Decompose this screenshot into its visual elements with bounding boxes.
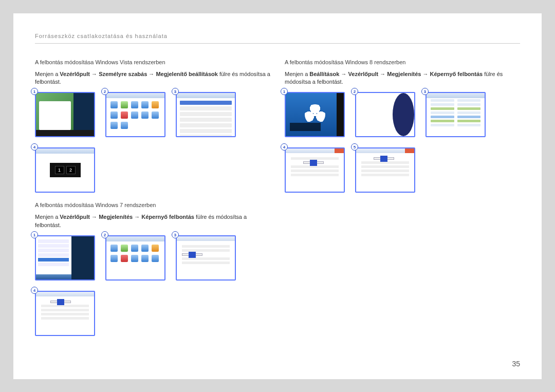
step-badge: 1 <box>31 231 38 238</box>
two-column-layout: A felbontás módosítása Windows Vista ren… <box>35 59 520 346</box>
win8-thumbnails: 1 2 3 4 5 <box>285 92 520 193</box>
win8-instruction: Menjen a Beállítások → Vezérlőpult → Meg… <box>285 70 520 86</box>
manual-page: Forráseszköz csatlakoztatása és használa… <box>13 13 542 379</box>
screenshot-vista-display-settings: 12 <box>35 147 95 193</box>
thumbnail: 5 <box>355 147 415 193</box>
right-column: A felbontás módosítása Windows 8 rendsze… <box>285 59 520 346</box>
thumbnail: 3 <box>176 235 236 281</box>
thumbnail: 1 <box>285 92 345 137</box>
thumbnail: 2 <box>105 235 165 281</box>
page-number: 35 <box>512 360 520 368</box>
vista-title: A felbontás módosítása Windows Vista ren… <box>35 59 270 65</box>
win8-title: A felbontás módosítása Windows 8 rendsze… <box>285 59 520 65</box>
screenshot-vista-personalization <box>176 92 236 137</box>
vista-instruction: Menjen a Vezérlőpult → Személyre szabás … <box>35 70 270 86</box>
screenshot-win8-settings-charm <box>355 92 415 137</box>
screenshot-win7-control-panel <box>105 235 165 281</box>
screenshot-win7-start-menu <box>35 235 95 281</box>
screenshot-win7-display <box>176 235 236 281</box>
win7-thumbnails: 1 2 3 4 <box>35 235 270 336</box>
step-badge: 2 <box>101 231 108 238</box>
thumbnail: 1 <box>35 92 95 137</box>
step-badge: 3 <box>172 231 179 238</box>
chapter-header: Forráseszköz csatlakoztatása és használa… <box>35 33 520 44</box>
screenshot-vista-control-panel <box>105 92 165 137</box>
thumbnail: 4 12 <box>35 147 95 193</box>
thumbnail: 2 <box>355 92 415 137</box>
screenshot-win8-display <box>285 147 345 193</box>
thumbnail: 2 <box>105 92 165 137</box>
thumbnail: 3 <box>425 92 486 137</box>
thumbnail: 4 <box>35 291 95 336</box>
screenshot-win8-charms-bar <box>285 92 345 137</box>
screenshot-win8-resolution <box>355 147 415 193</box>
step-badge: 4 <box>31 287 38 294</box>
screenshot-vista-start-menu <box>35 92 95 137</box>
thumbnail: 3 <box>176 92 236 137</box>
thumbnail: 4 <box>285 147 345 193</box>
left-column: A felbontás módosítása Windows Vista ren… <box>35 59 270 346</box>
screenshot-win8-control-panel <box>425 92 486 137</box>
thumbnail: 1 <box>35 235 95 281</box>
win7-instruction: Menjen a Vezérlőpult → Megjelenítés → Ké… <box>35 213 270 229</box>
vista-thumbnails: 1 2 3 4 12 <box>35 92 270 193</box>
screenshot-win7-resolution <box>35 291 95 336</box>
win7-title: A felbontás módosítása Windows 7 rendsze… <box>35 202 270 208</box>
